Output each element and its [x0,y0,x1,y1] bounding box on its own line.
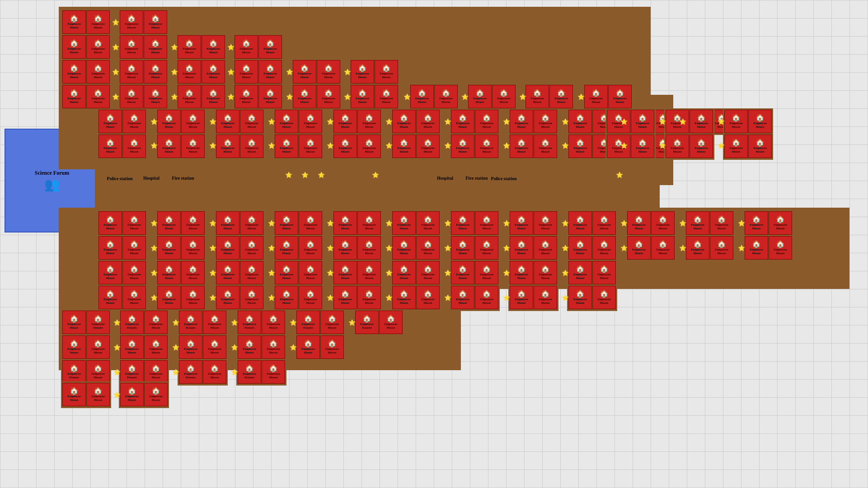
house-cell[interactable]: 🏠EmployeeHouse [690,110,713,133]
house-cell[interactable]: 🏠EmployeeHouse [769,211,792,235]
house-cell[interactable]: 🏠EmployeeHouse [410,85,434,108]
house-cell[interactable]: 🏠EmployeeHouse [86,60,110,84]
house-cell[interactable]: 🏠EmployeeHouse [86,35,110,59]
house-cell[interactable]: 🏠EmployeeHouse [333,261,357,284]
house-cell[interactable]: 🏠EmployeeHouses [238,360,261,384]
house-cell[interactable]: 🏠EmployeeHouse [62,60,86,84]
house-cell[interactable]: 🏠EmployeeHouse [333,110,357,133]
house-cell[interactable]: 🏠EmployeeHouse [748,110,772,133]
house-cell[interactable]: 🏠EmployeeHouse [181,261,205,284]
house-cell[interactable]: 🏠EmployeeHouses [120,360,144,384]
house-cell[interactable]: 🏠EmployeeHouse [178,35,201,59]
house-cell[interactable]: 🏠EmployeeHouse [240,110,263,133]
house-cell[interactable]: 🏠EmployeeHouse [475,286,498,309]
house-cell[interactable]: 🏠EmployeeHouse [62,383,86,406]
house-cell[interactable]: 🏠EmployeeHouse [157,211,181,235]
house-cell[interactable]: 🏠EmployeeHouse [216,286,239,309]
house-cell[interactable]: 🏠EmployeeHouse [157,236,181,260]
house-cell[interactable]: 🏠EmployeeHouse [627,211,651,235]
house-cell[interactable]: 🏠EmployeeHouse [240,286,263,309]
house-cell[interactable]: 🏠EmployeeHouse [534,135,557,158]
house-cell[interactable]: 🏠EmployeeHouse [157,261,181,284]
house-cell[interactable]: 🏠EmployeeHouse [375,60,398,84]
house-cell[interactable]: 🏠EmployeeHouse [475,261,498,284]
house-cell[interactable]: 🏠EmployeeHouse [122,286,146,309]
house-cell[interactable]: 🏠EmployeeHouse [144,60,167,84]
house-cell[interactable]: 🏠EmployeeHouse [416,110,440,133]
house-cell[interactable]: 🏠EmployeeHouse [299,286,322,309]
house-cell[interactable]: 🏠EmployeeHouse [416,236,440,260]
house-cell[interactable]: 🏠EmployeeHouse [144,35,167,59]
house-cell[interactable]: 🏠EmployeeHouse [240,211,263,235]
house-cell[interactable]: 🏠EmployeeHouse [631,135,654,158]
house-cell[interactable]: 🏠EmployeeHouse [475,211,498,235]
house-cell[interactable]: 🏠EmployeeHouse [181,110,205,133]
house-cell[interactable]: 🏠EmployeeHouses [86,311,110,334]
house-cell[interactable]: 🏠EmployeeHouse [392,261,416,284]
house-cell[interactable]: 🏠EmployeeHouse [769,236,792,260]
house-cell[interactable]: 🏠EmployeeHouse [99,261,122,284]
house-cell[interactable]: 🏠EmployeeHouse [320,311,344,334]
house-cell[interactable]: 🏠EmployeeHouse [216,211,239,235]
house-cell[interactable]: 🏠EmployeeHouse [392,236,416,260]
house-cell[interactable]: 🏠EmployeeHouse [235,85,258,108]
house-cell[interactable]: 🏠EmployeeHouse [181,211,205,235]
house-cell[interactable]: 🏠EmployeeHouse [181,236,205,260]
house-cell[interactable]: 🏠EmployeeHouse [510,236,533,260]
house-cell[interactable]: 🏠EmployeeHouse [710,236,733,260]
house-cell[interactable]: 🏠EmployeeHouses [355,311,379,334]
house-cell[interactable]: 🏠EmployeeHouse [592,236,616,260]
house-cell[interactable]: 🏠EmployeeHouse [178,60,201,84]
house-cell[interactable]: 🏠EmployeeHouse [745,211,768,235]
house-cell[interactable]: 🏠EmployeeHouse [62,10,86,34]
house-cell[interactable]: 🏠EmployeeHouse [99,211,122,235]
house-cell[interactable]: 🏠EmployeeHouse [144,10,167,34]
house-cell[interactable]: 🏠EmployeeHouse [568,211,592,235]
house-cell[interactable]: 🏠EmployeeHouse [317,85,340,108]
house-cell[interactable]: 🏠EmployeeHouse [203,335,226,359]
house-cell[interactable]: 🏠EmployeeHouse [492,85,516,108]
house-cell[interactable]: 🏠EmployeeHouse [451,135,474,158]
house-cell[interactable]: 🏠EmployeeHouse [451,236,474,260]
house-cell[interactable]: 🏠EmployeeHouse [351,60,374,84]
house-cell[interactable]: 🏠EmployeeHouses [120,311,144,334]
house-cell[interactable]: 🏠EmployeeHouse [724,135,748,158]
house-cell[interactable]: 🏠EmployeeHouse [179,335,202,359]
house-cell[interactable]: 🏠EmployeeHouse [357,236,381,260]
house-cell[interactable]: 🏠EmployeeHouse [475,236,498,260]
house-cell[interactable]: 🏠EmployeeHouse [631,110,654,133]
house-cell[interactable]: 🏠EmployeeHouse [216,135,239,158]
house-cell[interactable]: 🏠EmployeeHouse [592,286,616,309]
house-cell[interactable]: 🏠EmployeeHouse [144,335,168,359]
house-cell[interactable]: 🏠EmployeeHouse [120,335,144,359]
house-cell[interactable]: 🏠EmployeeHouse [99,110,122,133]
house-cell[interactable]: 🏠EmployeeHouse [534,110,557,133]
house-cell[interactable]: 🏠EmployeeHouse [666,135,689,158]
house-cell[interactable]: 🏠EmployeeHouse [122,211,146,235]
house-cell[interactable]: 🏠EmployeeHouse [333,286,357,309]
house-cell[interactable]: 🏠EmployeeHouse [202,60,225,84]
house-cell[interactable]: 🏠EmployeeHouse [235,35,258,59]
house-cell[interactable]: 🏠EmployeeHouse [357,135,381,158]
house-cell[interactable]: 🏠EmployeeHouse [86,10,110,34]
house-cell[interactable]: 🏠EmployeeHouse [181,286,205,309]
house-cell[interactable]: 🏠EmployeeHouse [534,236,557,260]
house-cell[interactable]: 🏠EmployeeHouse [568,236,592,260]
house-cell[interactable]: 🏠EmployeeHouse [748,135,772,158]
house-cell[interactable]: 🏠EmployeeHouse [584,85,608,108]
house-cell[interactable]: 🏠EmployeeHouse [392,286,416,309]
house-cell[interactable]: 🏠EmployeeHouse [468,85,492,108]
house-cell[interactable]: 🏠EmployeeHouse [568,261,592,284]
house-cell[interactable]: 🏠EmployeeHouse [157,110,181,133]
house-cell[interactable]: 🏠EmployeeHouse [451,286,474,309]
house-cell[interactable]: 🏠EmployeeHouse [299,261,322,284]
house-cell[interactable]: 🏠EmployeeHouse [275,110,298,133]
house-cell[interactable]: 🏠EmployeeHouse [293,60,316,84]
house-cell[interactable]: 🏠EmployeeHouse [216,236,239,260]
house-cell[interactable]: 🏠EmployeeHouse [568,110,592,133]
house-cell[interactable]: 🏠EmployeeHouse [235,60,258,84]
house-cell[interactable]: 🏠EmployeeHouse [451,211,474,235]
house-cell[interactable]: 🏠EmployeeHouse [299,236,322,260]
house-cell[interactable]: 🏠EmployeeHouse [262,311,285,334]
house-cell[interactable]: 🏠EmployeeHouse [240,261,263,284]
